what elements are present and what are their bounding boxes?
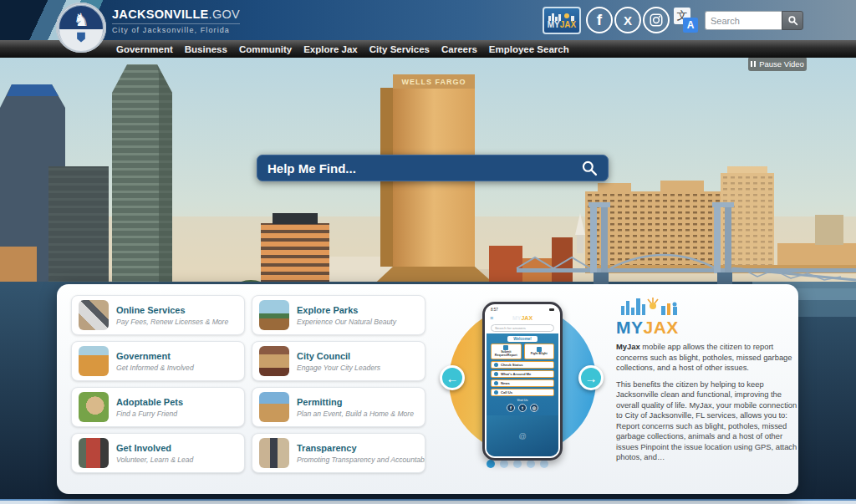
tile-title: Adoptable Pets: [116, 397, 183, 407]
phone-visit-us-label: Visit Us: [517, 399, 528, 402]
tile-online-services[interactable]: Online Services Pay Fees, Renew Licenses…: [71, 295, 245, 335]
at-icon: @: [518, 432, 526, 440]
tile-subtitle: Engage Your City Leaders: [297, 364, 380, 372]
myjax-app-icon[interactable]: MYJAX: [543, 7, 581, 34]
facebook-glyph: f: [597, 11, 602, 29]
city-seal-logo[interactable]: ♞: [55, 2, 107, 53]
help-me-find-bar: [257, 155, 609, 181]
menu-icon: ≡: [490, 315, 493, 321]
translate-a-glyph: A: [683, 18, 698, 33]
phone-app-header: ≡ MYJAX: [487, 313, 558, 323]
myjax-logo-skyline: [616, 296, 693, 316]
search-icon[interactable]: [581, 160, 598, 176]
phone-screen: 8:57 ≡ MYJAX Search for answers Welcome!: [487, 306, 558, 456]
tile-subtitle: Volunteer, Learn & Lead: [116, 456, 193, 464]
horse-icon: ♞: [73, 10, 89, 30]
myjax-paragraph-2: This benefits the citizen by helping to …: [616, 379, 798, 463]
tile-explore-parks[interactable]: Explore Parks Experience Our Natural Bea…: [252, 295, 425, 335]
facebook-icon[interactable]: f: [586, 7, 613, 33]
tile-title: Government: [116, 351, 194, 361]
carousel-pagination: [487, 460, 548, 468]
wells-fargo-sign: WELLS FARGO: [402, 78, 466, 86]
tile-subtitle: Get Informed & Involved: [116, 364, 194, 372]
explore-parks-thumbnail: [259, 300, 289, 330]
phone-menu-label: What's Around Me: [501, 372, 531, 376]
main-nav: Government Business Community Explore Ja…: [0, 40, 856, 58]
next-section-peek: [0, 499, 856, 504]
myjax-logo-text: MYJAX: [616, 319, 798, 336]
nav-item-explore-jax[interactable]: Explore Jax: [298, 44, 364, 54]
pause-video-label: Pause Video: [759, 59, 804, 69]
phone-brand-jax: JAX: [521, 315, 532, 321]
nav-item-city-services[interactable]: City Services: [364, 44, 436, 54]
myjax-app-info: MYJAX MyJax mobile app allows the citize…: [616, 296, 798, 463]
phone-icon: [494, 390, 498, 395]
government-thumbnail: [79, 346, 109, 376]
carousel-dot-3[interactable]: [513, 460, 522, 468]
nav-item-employee-search[interactable]: Employee Search: [483, 44, 575, 54]
myjax-lead: MyJax: [616, 342, 640, 351]
arrow-left-icon: ←: [446, 371, 459, 385]
phone-app-body: Welcome! Submit Request/Report Fight Bli…: [487, 333, 558, 456]
phone-button-label: Fight Blight: [531, 353, 548, 356]
nav-item-government[interactable]: Government: [110, 44, 179, 54]
tile-permitting[interactable]: Permitting Plan an Event, Build a Home &…: [252, 387, 425, 427]
instagram-icon[interactable]: [643, 7, 670, 33]
phone-social-icons: f t ◎: [507, 404, 538, 412]
facebook-icon: f: [507, 404, 515, 412]
carousel-prev-button[interactable]: ←: [440, 365, 465, 390]
tile-government[interactable]: Government Get Informed & Involved: [71, 341, 245, 381]
carousel-dot-5[interactable]: [540, 460, 548, 468]
carousel-dot-1[interactable]: [487, 460, 495, 468]
header-search-button[interactable]: [782, 11, 803, 30]
tile-title: Permitting: [297, 397, 414, 407]
myjax-paragraph-1: MyJax mobile app allows the citizen to r…: [616, 342, 798, 374]
phone-search-bar: Search for answers: [491, 324, 554, 332]
header-search-input[interactable]: [705, 11, 782, 30]
battery-icon: [549, 308, 554, 311]
site-title-link[interactable]: JACKSONVILLE.GOV City of Jacksonville, F…: [112, 8, 240, 34]
tile-transparency[interactable]: Transparency Promoting Transparency and …: [252, 433, 425, 473]
x-glyph: X: [624, 13, 632, 28]
map-pin-icon: [494, 372, 498, 376]
site-title-main: JACKSONVILLE: [112, 8, 209, 21]
phone-submit-request-button: Submit Request/Report: [491, 344, 522, 359]
tile-subtitle: Experience Our Natural Beauty: [297, 318, 396, 326]
permitting-thumbnail: [259, 392, 289, 422]
pause-video-button[interactable]: Pause Video: [748, 57, 807, 71]
tile-subtitle: Promoting Transparency and Accountabilit…: [297, 456, 418, 464]
tile-get-involved[interactable]: Get Involved Volunteer, Learn & Lead: [71, 433, 245, 473]
phone-fight-blight-button: Fight Blight: [524, 344, 555, 359]
carousel-dot-4[interactable]: [527, 460, 535, 468]
online-services-thumbnail: [79, 300, 109, 330]
myjax-badge-jax: JAX: [560, 20, 576, 29]
phone-welcome-pill: Welcome!: [507, 336, 538, 342]
carousel-next-button[interactable]: →: [578, 365, 604, 390]
carousel-dot-2[interactable]: [500, 460, 508, 468]
myjax-phone-mockup: 8:57 ≡ MYJAX Search for answers Welcome!: [482, 302, 563, 461]
get-involved-thumbnail: [79, 438, 109, 468]
transparency-thumbnail: [259, 438, 289, 468]
jacksonville-gov-homepage: WELLS FARGO: [0, 0, 856, 504]
phone-menu-label: Check Status: [501, 363, 523, 367]
tile-adoptable-pets[interactable]: Adoptable Pets Find a Furry Friend: [71, 387, 245, 427]
tile-title: City Council: [297, 351, 380, 361]
myjax-badge-my: MY: [548, 20, 560, 29]
nav-item-careers[interactable]: Careers: [436, 44, 483, 54]
phone-footer-graphic: @: [487, 415, 558, 456]
phone-brand-my: MY: [512, 315, 522, 321]
instagram-glyph: [649, 13, 664, 28]
phone-menu-label: Call Us: [501, 390, 512, 395]
x-twitter-icon[interactable]: X: [614, 7, 641, 33]
adoptable-pets-thumbnail: [79, 392, 109, 422]
myjax-paragraph-1-text: mobile app allows the citizen to report …: [616, 342, 792, 372]
tile-city-council[interactable]: City Council Engage Your City Leaders: [252, 341, 425, 381]
search-icon: [787, 15, 798, 26]
phone-status-bar: 8:57: [487, 306, 558, 313]
help-me-find-input[interactable]: [268, 161, 581, 176]
nav-item-community[interactable]: Community: [233, 44, 298, 54]
phone-button-label: Submit Request/Report: [492, 351, 521, 358]
tile-subtitle: Plan an Event, Build a Home & More: [297, 410, 414, 418]
google-translate-icon[interactable]: 文 A: [674, 8, 701, 34]
nav-item-business[interactable]: Business: [179, 44, 233, 54]
